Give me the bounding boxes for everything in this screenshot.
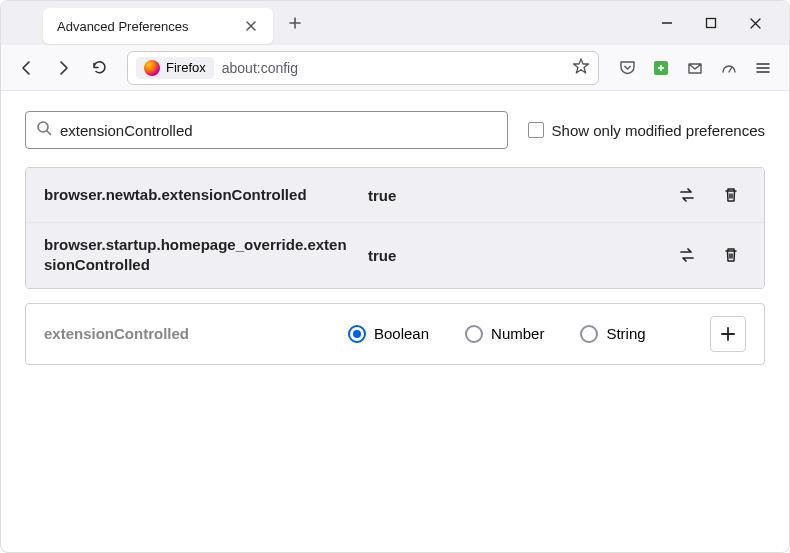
type-radio-number[interactable]: Number bbox=[465, 325, 544, 343]
search-input[interactable] bbox=[60, 122, 497, 139]
about-config-content: Show only modified preferences browser.n… bbox=[1, 91, 789, 385]
url-text: about:config bbox=[222, 60, 564, 76]
extension-icon[interactable] bbox=[651, 58, 671, 78]
identity-box[interactable]: Firefox bbox=[136, 57, 214, 79]
new-preference-name: extensionControlled bbox=[44, 325, 334, 342]
preference-name: browser.newtab.extensionControlled bbox=[44, 185, 354, 205]
reload-button[interactable] bbox=[83, 52, 115, 84]
toggle-button[interactable] bbox=[672, 180, 702, 210]
preferences-table: browser.newtab.extensionControlled true … bbox=[25, 167, 765, 289]
radio-icon bbox=[580, 325, 598, 343]
type-radio-group: Boolean Number String bbox=[348, 325, 696, 343]
radio-icon bbox=[465, 325, 483, 343]
close-tab-icon[interactable] bbox=[243, 18, 259, 34]
checkbox-icon bbox=[528, 122, 544, 138]
new-tab-button[interactable] bbox=[281, 9, 309, 37]
identity-label: Firefox bbox=[166, 60, 206, 75]
new-preference-row: extensionControlled Boolean Number Strin… bbox=[25, 303, 765, 365]
type-radio-boolean[interactable]: Boolean bbox=[348, 325, 429, 343]
radio-icon bbox=[348, 325, 366, 343]
minimize-button[interactable] bbox=[657, 13, 677, 33]
preference-value: true bbox=[368, 247, 658, 264]
firefox-logo-icon bbox=[144, 60, 160, 76]
preference-value: true bbox=[368, 187, 658, 204]
maximize-button[interactable] bbox=[701, 13, 721, 33]
search-box[interactable] bbox=[25, 111, 508, 149]
window-controls bbox=[657, 13, 789, 33]
svg-rect-0 bbox=[707, 19, 716, 28]
checkbox-label: Show only modified preferences bbox=[552, 122, 765, 139]
inbox-icon[interactable] bbox=[685, 58, 705, 78]
add-preference-button[interactable] bbox=[710, 316, 746, 352]
browser-tab[interactable]: Advanced Preferences bbox=[43, 8, 273, 44]
navigation-toolbar: Firefox about:config bbox=[1, 45, 789, 91]
pocket-icon[interactable] bbox=[617, 58, 637, 78]
delete-button[interactable] bbox=[716, 180, 746, 210]
menu-button[interactable] bbox=[753, 58, 773, 78]
delete-button[interactable] bbox=[716, 240, 746, 270]
toolbar-icons bbox=[611, 58, 779, 78]
type-radio-string[interactable]: String bbox=[580, 325, 645, 343]
back-button[interactable] bbox=[11, 52, 43, 84]
close-window-button[interactable] bbox=[745, 13, 765, 33]
tab-title: Advanced Preferences bbox=[57, 19, 243, 34]
show-modified-checkbox[interactable]: Show only modified preferences bbox=[528, 122, 765, 139]
titlebar: Advanced Preferences bbox=[1, 1, 789, 45]
toggle-button[interactable] bbox=[672, 240, 702, 270]
bookmark-star-icon[interactable] bbox=[572, 57, 590, 79]
preference-row: browser.startup.homepage_override.extens… bbox=[26, 223, 764, 288]
dashboard-icon[interactable] bbox=[719, 58, 739, 78]
url-bar[interactable]: Firefox about:config bbox=[127, 51, 599, 85]
preference-name: browser.startup.homepage_override.extens… bbox=[44, 235, 354, 276]
forward-button[interactable] bbox=[47, 52, 79, 84]
preference-row: browser.newtab.extensionControlled true bbox=[26, 168, 764, 223]
search-icon bbox=[36, 120, 52, 140]
search-row: Show only modified preferences bbox=[25, 111, 765, 149]
